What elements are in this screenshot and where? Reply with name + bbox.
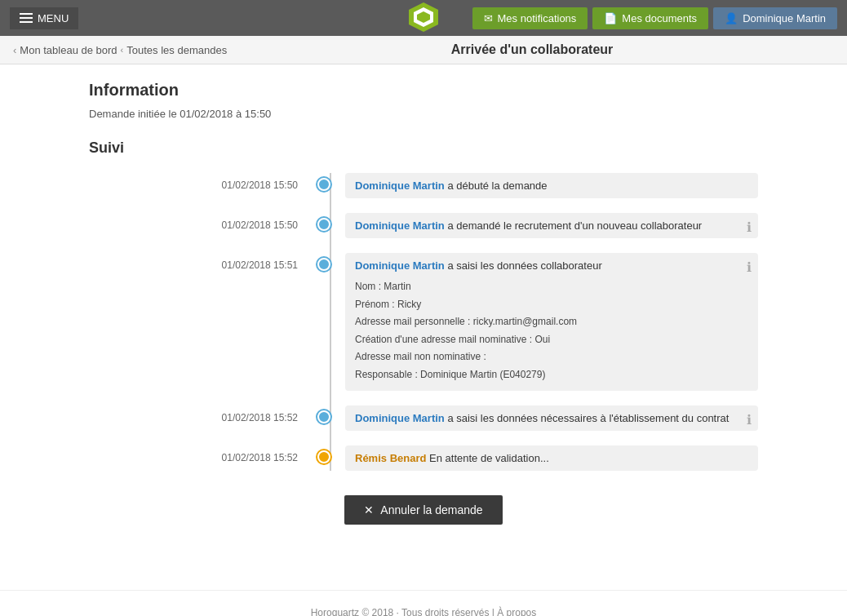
timeline-item: 01/02/2018 15:52 Rémis Benard En attente… xyxy=(89,445,758,471)
actor-name: Dominique Martin xyxy=(355,179,445,192)
footer-link[interactable]: À propos xyxy=(497,607,536,616)
suivi-section: Suivi 01/02/2018 15:50 Dominique Martin … xyxy=(89,140,758,471)
timeline-content: Dominique Martin a débuté la demande xyxy=(345,173,758,198)
timeline-time: 01/02/2018 15:52 xyxy=(89,405,317,423)
info-icon[interactable]: ℹ xyxy=(747,219,752,235)
detail-item: Nom : Martin xyxy=(355,278,748,296)
cancel-button[interactable]: ✕ Annuler la demande xyxy=(344,495,502,525)
timeline-time: 01/02/2018 15:51 xyxy=(89,253,317,271)
header-right: ✉ Mes notifications 📄 Mes documents 👤 Do… xyxy=(472,7,837,29)
actor-name: Dominique Martin xyxy=(355,259,445,272)
main-content: Information Demande initiée le 01/02/201… xyxy=(56,64,791,557)
documents-label: Mes documents xyxy=(622,12,697,24)
detail-item: Adresse mail personnelle : ricky.martin@… xyxy=(355,313,748,331)
detail-list: Nom : MartinPrénom : RickyAdresse mail p… xyxy=(355,278,748,384)
menu-label: MENU xyxy=(38,12,69,24)
detail-item: Responsable : Dominique Martin (E040279) xyxy=(355,366,748,384)
timeline-dot xyxy=(317,258,330,271)
documents-button[interactable]: 📄 Mes documents xyxy=(592,7,708,29)
timeline-item: 01/02/2018 15:50 Dominique Martin a débu… xyxy=(89,173,758,198)
user-button[interactable]: 👤 Dominique Martin xyxy=(713,7,837,29)
breadcrumb-home[interactable]: Mon tableau de bord xyxy=(20,44,117,56)
action-text: a saisi les données nécessaires à l'étab… xyxy=(445,412,729,424)
timeline-content: Dominique Martin a demandé le recrutemen… xyxy=(345,213,758,238)
timeline-item: 01/02/2018 15:50 Dominique Martin a dema… xyxy=(89,213,758,238)
action-text: a débuté la demande xyxy=(445,179,548,192)
logo xyxy=(407,1,440,36)
footer: Horoquartz © 2018 · Tous droits réservés… xyxy=(0,590,847,616)
timeline-time: 01/02/2018 15:50 xyxy=(89,213,317,231)
timeline-item: 01/02/2018 15:51 Dominique Martin a sais… xyxy=(89,253,758,391)
action-text: a demandé le recrutement d'un nouveau co… xyxy=(445,219,702,232)
cancel-section: ✕ Annuler la demande xyxy=(89,495,758,525)
info-icon[interactable]: ℹ xyxy=(747,259,752,275)
actor-name: Dominique Martin xyxy=(355,219,445,232)
suivi-title: Suivi xyxy=(89,140,758,157)
timeline-dot xyxy=(317,178,330,191)
detail-item: Adresse mail non nominative : xyxy=(355,348,748,366)
breadcrumb: ‹ Mon tableau de bord ‹ Toutes les deman… xyxy=(0,36,847,64)
header: MENU ✉ Mes notifications 📄 Mes documents… xyxy=(0,0,847,36)
hamburger-icon xyxy=(20,13,33,23)
footer-text: Horoquartz © 2018 · Tous droits réservés xyxy=(311,607,490,616)
action-text: En attente de validation... xyxy=(426,452,548,464)
info-icon[interactable]: ℹ xyxy=(747,412,752,428)
menu-button[interactable]: MENU xyxy=(10,7,78,29)
detail-item: Création d'une adresse mail nominative :… xyxy=(355,331,748,349)
chevron-separator: ‹ xyxy=(121,45,124,55)
notifications-label: Mes notifications xyxy=(498,12,577,24)
actor-name-orange: Rémis Benard xyxy=(355,452,426,464)
envelope-icon: ✉ xyxy=(484,12,493,24)
chevron-left-icon: ‹ xyxy=(13,44,16,56)
timeline-time: 01/02/2018 15:50 xyxy=(89,173,317,191)
header-left: MENU xyxy=(10,7,78,29)
action-text: a saisi les données collaborateur xyxy=(445,259,602,272)
cancel-label: Annuler la demande xyxy=(380,503,482,516)
info-date: Demande initiée le 01/02/2018 à 15:50 xyxy=(89,108,758,120)
timeline: 01/02/2018 15:50 Dominique Martin a débu… xyxy=(89,173,758,471)
detail-item: Prénom : Ricky xyxy=(355,296,748,314)
actor-name: Dominique Martin xyxy=(355,412,445,424)
timeline-dot-orange xyxy=(317,450,330,463)
timeline-content: Rémis Benard En attente de validation... xyxy=(345,445,758,471)
timeline-content: Dominique Martin a saisi les données col… xyxy=(345,253,758,391)
timeline-content: Dominique Martin a saisi les données néc… xyxy=(345,405,758,431)
timeline-dot xyxy=(317,410,330,423)
user-label: Dominique Martin xyxy=(743,12,826,24)
breadcrumb-all-requests[interactable]: Toutes les demandes xyxy=(126,44,227,56)
information-section: Information Demande initiée le 01/02/201… xyxy=(89,81,758,120)
document-icon: 📄 xyxy=(604,12,617,24)
cancel-icon: ✕ xyxy=(364,503,374,516)
timeline-dot xyxy=(317,218,330,231)
information-title: Information xyxy=(89,81,758,100)
timeline-time: 01/02/2018 15:52 xyxy=(89,445,317,463)
notifications-button[interactable]: ✉ Mes notifications xyxy=(472,7,588,29)
user-icon: 👤 xyxy=(725,12,738,24)
timeline-item: 01/02/2018 15:52 Dominique Martin a sais… xyxy=(89,405,758,431)
page-title: Arrivée d'un collaborateur xyxy=(230,42,834,57)
footer-separator: | xyxy=(492,607,494,616)
